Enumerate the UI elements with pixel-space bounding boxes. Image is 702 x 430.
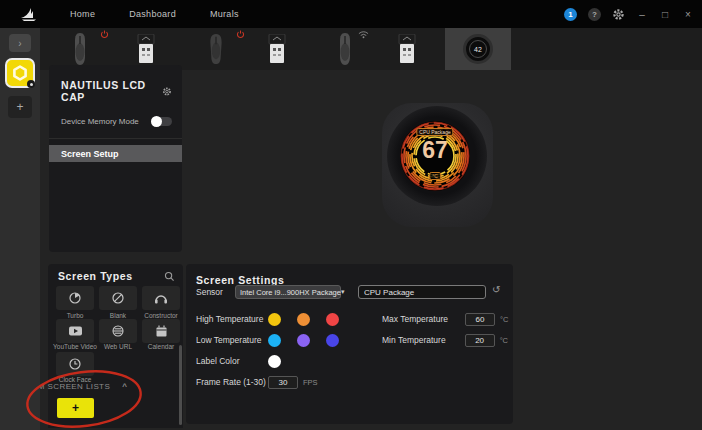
corsair-logo-icon xyxy=(18,6,42,22)
screen-type-blank[interactable] xyxy=(99,286,137,310)
lcd-cap-thumbnail-icon: 42 xyxy=(463,34,493,64)
divider xyxy=(49,138,182,139)
constructor-icon xyxy=(154,291,168,305)
search-icon[interactable] xyxy=(164,271,175,282)
play-video-icon xyxy=(68,325,83,337)
sensor-label: Sensor xyxy=(196,287,223,297)
min-temperature-label: Min Temperature xyxy=(382,335,446,345)
add-device-button[interactable]: + xyxy=(8,96,32,118)
low-color-swatch-blue[interactable] xyxy=(326,334,339,347)
sidebar-item-nautilus-selected[interactable] xyxy=(5,58,35,88)
reset-icon[interactable]: ↺ xyxy=(492,284,500,295)
calendar-icon xyxy=(155,325,168,338)
screen-type-web-url[interactable] xyxy=(99,319,137,343)
screen-type-label: Constructor xyxy=(138,312,184,319)
screen-type-label: Blank xyxy=(95,312,141,319)
nav-item-screen-setup[interactable]: Screen Setup xyxy=(49,145,182,162)
screen-type-clock-face[interactable] xyxy=(56,352,94,376)
device-status-badge xyxy=(27,80,35,88)
device-settings-gear-icon[interactable] xyxy=(162,86,172,97)
collapse-chevron-up[interactable]: ^ xyxy=(122,382,127,391)
screen-settings-panel: Screen Settings Sensor Intel Core i9...9… xyxy=(186,264,513,424)
wireless-signal-icon xyxy=(358,30,369,39)
minimize-button[interactable]: – xyxy=(636,9,648,20)
screen-type-calendar[interactable] xyxy=(142,319,180,343)
help-button[interactable]: ? xyxy=(588,8,601,21)
max-temperature-label: Max Temperature xyxy=(382,314,448,324)
menu-item-dashboard[interactable]: Dashboard xyxy=(129,9,176,19)
screen-temperature-value: 67 xyxy=(400,137,470,164)
screen-type-youtube-video[interactable] xyxy=(56,319,94,343)
low-color-swatch-purple[interactable] xyxy=(297,334,310,347)
screen-sensor-label: CPU Package xyxy=(416,128,453,136)
notification-badge[interactable]: 1 xyxy=(564,8,577,21)
low-temperature-label: Low Temperature xyxy=(196,335,268,345)
usb-receiver-icon[interactable] xyxy=(397,34,417,64)
high-color-swatch-red[interactable] xyxy=(326,313,339,326)
high-color-swatch-orange[interactable] xyxy=(297,313,310,326)
screen-type-constructor[interactable] xyxy=(142,286,180,310)
lcd-screen-preview: CPU Package 67 °C xyxy=(400,121,470,191)
label-color-label: Label Color xyxy=(196,356,268,366)
high-color-swatch-yellow[interactable] xyxy=(268,313,281,326)
chevron-down-icon: ▾ xyxy=(341,288,345,296)
screen-type-turbo[interactable] xyxy=(56,286,94,310)
blank-icon xyxy=(111,291,125,305)
min-temperature-input[interactable] xyxy=(465,334,495,347)
screen-type-label: Calendar xyxy=(138,343,184,350)
menu-item-murals[interactable]: Murals xyxy=(210,9,239,19)
device-panel-title: NAUTILUS LCD CAP xyxy=(61,79,162,103)
menu-item-home[interactable]: Home xyxy=(70,9,95,19)
hexagon-cap-icon xyxy=(10,63,30,83)
gauge-icon xyxy=(68,291,82,305)
power-off-icon xyxy=(100,30,109,39)
usb-receiver-icon[interactable] xyxy=(267,34,287,64)
close-button[interactable]: × xyxy=(682,9,694,20)
frame-rate-input[interactable] xyxy=(268,376,298,389)
sidebar-collapse-button[interactable]: › xyxy=(9,34,31,52)
device-sidebar: › + xyxy=(0,28,40,430)
lcd-cap-preview: CPU Package 67 °C xyxy=(382,103,493,227)
low-color-swatch-cyan[interactable] xyxy=(268,334,281,347)
sensor-dropdown-value: Intel Core i9...900HX Package xyxy=(240,288,341,297)
wireless-mouse-icon[interactable] xyxy=(337,32,353,66)
screen-types-scrollbar[interactable] xyxy=(179,345,182,425)
screen-unit-label: °C xyxy=(429,172,441,180)
main-menu: Home Dashboard Murals xyxy=(70,9,239,19)
add-custom-screen-button[interactable]: + xyxy=(57,398,94,418)
wireless-mouse-icon[interactable] xyxy=(72,32,88,66)
power-off-icon xyxy=(236,30,245,39)
max-temperature-input[interactable] xyxy=(465,313,495,326)
min-temperature-unit: °C xyxy=(500,336,508,345)
screen-type-label: YouTube Video xyxy=(52,343,98,350)
sensor-name-input[interactable] xyxy=(358,285,486,299)
sensor-dropdown[interactable]: Intel Core i9...900HX Package ▾ xyxy=(235,285,341,299)
device-thumbnail-nautilus-selected[interactable]: 42 xyxy=(445,28,511,70)
max-temperature-unit: °C xyxy=(500,315,508,324)
frame-rate-unit: FPS xyxy=(303,378,318,387)
settings-gear-icon[interactable] xyxy=(612,8,625,21)
memory-mode-label: Device Memory Mode xyxy=(61,117,139,126)
wireless-mouse-icon[interactable] xyxy=(207,33,225,65)
screen-type-label: Turbo xyxy=(52,312,98,319)
maximize-button[interactable]: □ xyxy=(659,9,671,20)
usb-receiver-icon[interactable] xyxy=(136,34,156,64)
globe-icon xyxy=(111,324,125,338)
icue-app-window: Home Dashboard Murals 1 ? – □ × › + xyxy=(0,0,702,430)
device-panel: NAUTILUS LCD CAP Device Memory Mode Scre… xyxy=(49,65,182,252)
clock-icon xyxy=(68,357,82,371)
frame-rate-label: Frame Rate (1-30) xyxy=(196,377,268,387)
high-temperature-label: High Temperature xyxy=(196,314,268,324)
screen-type-label: Web URL xyxy=(95,343,141,350)
top-bar: Home Dashboard Murals 1 ? – □ × xyxy=(0,0,702,28)
device-strip: 42 xyxy=(40,28,702,70)
screen-types-title: Screen Types xyxy=(58,270,133,282)
memory-mode-toggle[interactable] xyxy=(152,117,172,126)
label-color-swatch-white[interactable] xyxy=(268,355,281,368)
